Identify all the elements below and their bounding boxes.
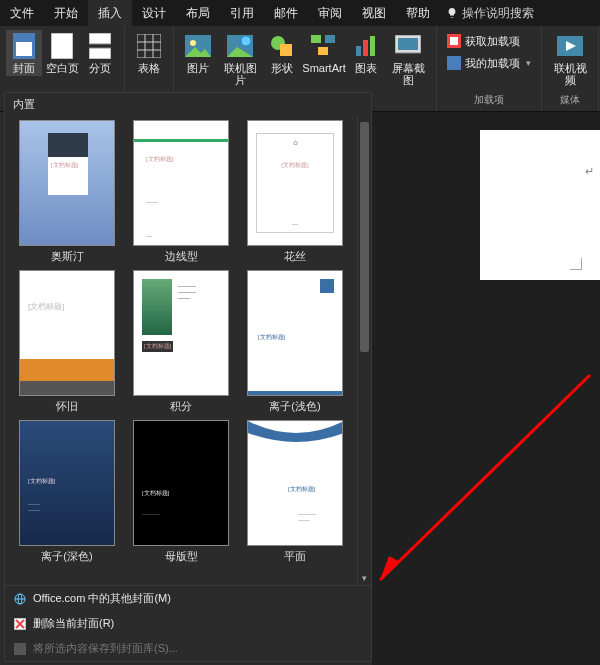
svg-rect-26 [398, 38, 418, 50]
online-video-icon [556, 32, 584, 60]
cover-page-gallery: 内置 [文档标题] 奥斯汀 [文档标题] —— — [4, 92, 372, 662]
smartart-button[interactable]: SmartArt [302, 30, 346, 88]
cover-integral[interactable]: ———————— [文档标题] 积分 [127, 270, 235, 414]
tell-me-label: 操作说明搜索 [462, 5, 534, 22]
paragraph-mark: ↵ [585, 165, 594, 178]
menu-tab-layout[interactable]: 布局 [176, 0, 220, 26]
menu-tab-design[interactable]: 设计 [132, 0, 176, 26]
cover-page-icon [10, 32, 38, 60]
svg-rect-29 [447, 56, 461, 70]
screenshot-button[interactable]: 屏幕截图 [386, 30, 430, 88]
svg-point-15 [241, 36, 251, 46]
svg-rect-5 [89, 48, 111, 59]
svg-rect-24 [370, 36, 375, 56]
get-addins-button[interactable]: 获取加载项 [443, 30, 535, 52]
table-icon [135, 32, 163, 60]
gallery-footer: Office.com 中的其他封面(M) 删除当前封面(R) 将所选内容保存到封… [5, 585, 371, 661]
svg-rect-2 [16, 36, 32, 42]
cover-ion-dark[interactable]: [文档标题] ———— 离子(深色) [13, 420, 121, 564]
smartart-icon [310, 32, 338, 60]
blank-page-icon [48, 32, 76, 60]
cover-retrospect[interactable]: [文档标题] 怀旧 [13, 270, 121, 414]
shapes-icon [268, 32, 296, 60]
more-covers-office-com[interactable]: Office.com 中的其他封面(M) [5, 586, 371, 611]
svg-rect-3 [51, 33, 73, 59]
gallery-scrollbar[interactable]: ▾ [357, 116, 371, 585]
menu-tab-home[interactable]: 开始 [44, 0, 88, 26]
menu-tab-file[interactable]: 文件 [0, 0, 44, 26]
pictures-button[interactable]: 图片 [180, 30, 216, 88]
scrollbar-thumb[interactable] [360, 122, 369, 352]
menu-tab-review[interactable]: 审阅 [308, 0, 352, 26]
table-button[interactable]: 表格 [131, 30, 167, 76]
page-corner-mark [570, 258, 582, 270]
cover-filigree[interactable]: ✿ [文档标题] — 花丝 [241, 120, 349, 264]
document-area[interactable]: ↵ [372, 112, 600, 665]
cover-ion-light[interactable]: [文档标题] 离子(浅色) [241, 270, 349, 414]
cover-sideline[interactable]: [文档标题] —— — 边线型 [127, 120, 235, 264]
group-addins-caption: 加载项 [474, 93, 504, 109]
remove-current-cover[interactable]: 删除当前封面(R) [5, 611, 371, 636]
cover-page-button[interactable]: 封面 [6, 30, 42, 76]
chevron-down-icon: ▾ [526, 58, 531, 68]
svg-rect-4 [89, 33, 111, 44]
online-pictures-button[interactable]: 联机图片 [218, 30, 262, 88]
menu-tab-mailings[interactable]: 邮件 [264, 0, 308, 26]
menu-tab-insert[interactable]: 插入 [88, 0, 132, 26]
svg-rect-6 [137, 34, 161, 58]
save-selection-to-gallery: 将所选内容保存到封面库(S)... [5, 636, 371, 661]
scroll-down-icon[interactable]: ▾ [358, 571, 371, 585]
document-page[interactable]: ↵ [480, 130, 600, 280]
blank-page-button[interactable]: 空白页 [44, 30, 80, 76]
screenshot-icon [394, 32, 422, 60]
save-gallery-icon [13, 642, 27, 656]
shapes-button[interactable]: 形状 [264, 30, 300, 88]
group-addins: 获取加载项 我的加载项 ▾ 加载项 [437, 26, 542, 111]
picture-icon [184, 32, 212, 60]
chart-icon [352, 32, 380, 60]
svg-rect-22 [356, 46, 361, 56]
group-media: 联机视频 媒体 [542, 26, 599, 111]
group-media-caption: 媒体 [560, 93, 580, 109]
svg-rect-18 [280, 44, 292, 56]
svg-rect-38 [14, 643, 26, 655]
tell-me-search[interactable]: 操作说明搜索 [440, 0, 540, 26]
svg-rect-20 [325, 35, 335, 43]
menu-tab-view[interactable]: 视图 [352, 0, 396, 26]
svg-rect-21 [318, 47, 328, 55]
chart-button[interactable]: 图表 [348, 30, 384, 88]
menu-tab-references[interactable]: 引用 [220, 0, 264, 26]
cover-motion[interactable]: [文档标题] ——— 母版型 [127, 420, 235, 564]
svg-point-12 [190, 40, 196, 46]
svg-rect-19 [311, 35, 321, 43]
page-break-icon [86, 32, 114, 60]
lightbulb-icon [446, 7, 458, 19]
menu-tab-help[interactable]: 帮助 [396, 0, 440, 26]
svg-rect-23 [363, 40, 368, 56]
remove-icon [13, 617, 27, 631]
gallery-section-builtin: 内置 [5, 93, 371, 116]
gallery-grid: [文档标题] 奥斯汀 [文档标题] —— — 边线型 ✿ [文档 [5, 116, 357, 585]
store-icon [447, 34, 461, 48]
my-addins-button[interactable]: 我的加载项 ▾ [443, 52, 535, 74]
cover-austin[interactable]: [文档标题] 奥斯汀 [13, 120, 121, 264]
svg-rect-28 [450, 37, 458, 45]
menu-bar: 文件 开始 插入 设计 布局 引用 邮件 审阅 视图 帮助 操作说明搜索 [0, 0, 600, 26]
addin-puzzle-icon [447, 56, 461, 70]
cover-facet[interactable]: [文档标题] ————— 平面 [241, 420, 349, 564]
page-break-button[interactable]: 分页 [82, 30, 118, 76]
globe-icon [13, 592, 27, 606]
online-picture-icon [226, 32, 254, 60]
online-video-button[interactable]: 联机视频 [548, 30, 592, 88]
